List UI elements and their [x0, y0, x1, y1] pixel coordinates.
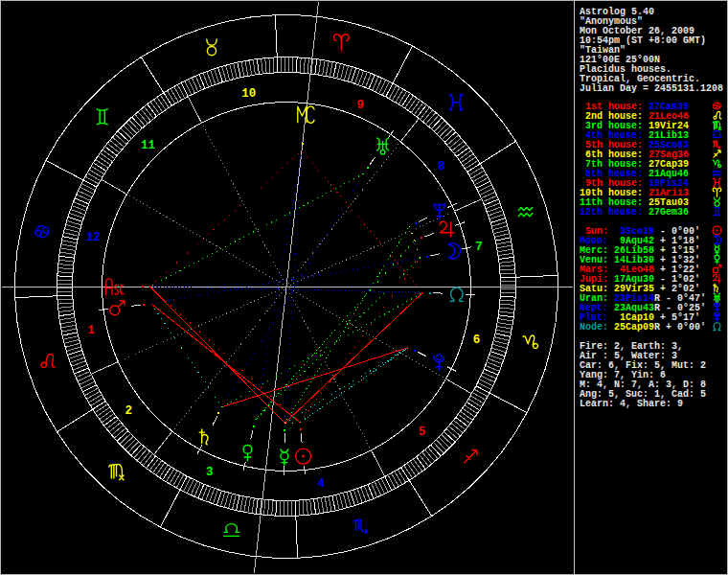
svg-text:11: 11 — [141, 139, 155, 152]
svg-text:1: 1 — [87, 324, 95, 337]
svg-text:R: R — [654, 322, 660, 333]
svg-text:3: 3 — [206, 466, 214, 479]
svg-text:+ 0°00': + 0°00' — [666, 322, 706, 333]
svg-text:6: 6 — [473, 334, 481, 347]
svg-text:12th house:: 12th house: — [580, 207, 643, 218]
svg-text:9: 9 — [356, 99, 364, 112]
svg-text:5: 5 — [419, 426, 426, 439]
svg-text:Learn: 4, Share: 9: Learn: 4, Share: 9 — [580, 399, 683, 409]
svg-text:7: 7 — [475, 241, 483, 254]
svg-text:2: 2 — [125, 404, 132, 418]
svg-text:12: 12 — [86, 231, 101, 244]
svg-text:10: 10 — [241, 87, 256, 101]
svg-text:Julian Day = 2455131.1208: Julian Day = 2455131.1208 — [580, 83, 723, 94]
svg-text:4: 4 — [317, 477, 325, 491]
svg-text:27Gem36: 27Gem36 — [648, 207, 689, 218]
svg-text:8: 8 — [438, 160, 445, 173]
svg-text:25Cap09: 25Cap09 — [614, 322, 654, 333]
svg-text:Node:: Node: — [580, 322, 608, 333]
